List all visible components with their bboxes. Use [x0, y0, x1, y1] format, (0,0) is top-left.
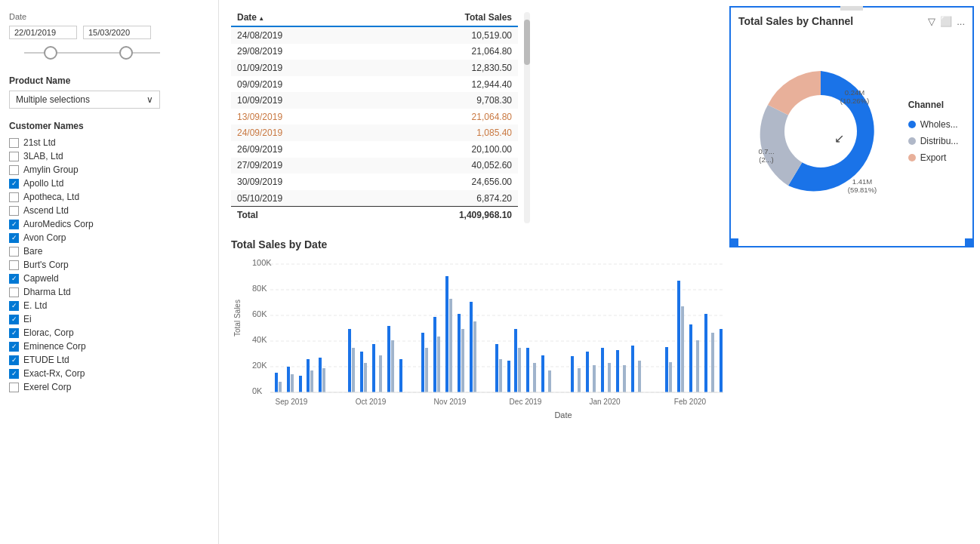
customer-checkbox[interactable] — [9, 179, 19, 189]
bar[interactable] — [669, 362, 672, 392]
customer-list-item[interactable]: E. Ltd — [9, 299, 209, 312]
bar[interactable] — [601, 348, 604, 392]
bar[interactable] — [391, 340, 394, 392]
bar[interactable] — [387, 326, 390, 392]
bar[interactable] — [279, 382, 282, 392]
table-row[interactable]: 09/09/201912,944.40 — [231, 76, 518, 93]
table-row[interactable]: 13/09/201921,064.80 — [231, 109, 518, 125]
customer-list-item[interactable]: Capweld — [9, 272, 209, 285]
bar[interactable] — [586, 352, 589, 392]
bar[interactable] — [665, 347, 668, 392]
bar[interactable] — [696, 340, 699, 392]
bar[interactable] — [495, 344, 498, 392]
customer-checkbox[interactable] — [9, 369, 19, 379]
bar[interactable] — [372, 344, 375, 392]
bar[interactable] — [608, 363, 611, 392]
customer-list-item[interactable]: ETUDE Ltd — [9, 353, 209, 367]
resize-handle-top[interactable] — [840, 6, 863, 11]
table-row[interactable]: 30/09/201924,656.00 — [231, 174, 518, 190]
bar[interactable] — [711, 333, 714, 392]
bar[interactable] — [360, 352, 363, 392]
customer-checkbox[interactable] — [9, 260, 19, 270]
product-name-dropdown[interactable]: Multiple selections ∨ — [9, 91, 160, 109]
customer-checkbox[interactable] — [9, 138, 19, 148]
filter-icon[interactable]: ▽ — [928, 16, 935, 27]
more-options-icon[interactable]: ... — [957, 16, 965, 27]
bar[interactable] — [720, 329, 723, 392]
table-row[interactable]: 05/10/20196,874.20 — [231, 190, 518, 207]
resize-handle-bottom-right[interactable] — [965, 238, 974, 247]
bar[interactable] — [473, 321, 476, 392]
customer-list-item[interactable]: Elorac, Corp — [9, 326, 209, 340]
table-row[interactable]: 26/09/201920,100.00 — [231, 141, 518, 158]
customer-list-item[interactable]: AuroMedics Corp — [9, 217, 209, 231]
bar[interactable] — [445, 276, 448, 392]
bar[interactable] — [433, 317, 436, 392]
bar[interactable] — [364, 363, 367, 392]
customer-list-item[interactable]: Eminence Corp — [9, 340, 209, 353]
bar[interactable] — [689, 324, 692, 392]
customer-list-item[interactable]: Exact-Rx, Corp — [9, 367, 209, 380]
bar[interactable] — [518, 348, 521, 392]
frame-icon[interactable]: ⬜ — [940, 16, 952, 27]
bar[interactable] — [399, 359, 402, 392]
bar[interactable] — [275, 373, 278, 392]
table-row[interactable]: 29/08/201921,064.80 — [231, 44, 518, 60]
customer-list-item[interactable]: 21st Ltd — [9, 136, 209, 149]
bar[interactable] — [677, 281, 680, 392]
customer-checkbox[interactable] — [9, 192, 19, 202]
bar[interactable] — [299, 376, 302, 392]
customer-list-item[interactable]: Amylin Group — [9, 163, 209, 177]
bar[interactable] — [704, 314, 707, 392]
table-row[interactable]: 10/09/20199,708.30 — [231, 92, 518, 109]
bar[interactable] — [421, 333, 424, 392]
bar[interactable] — [631, 346, 634, 392]
customer-checkbox[interactable] — [9, 220, 19, 229]
bar[interactable] — [593, 365, 596, 392]
customer-list-item[interactable]: Burt's Corp — [9, 258, 209, 272]
date-range-slider[interactable] — [9, 42, 209, 63]
date-from-input[interactable] — [9, 26, 77, 39]
bar[interactable] — [681, 306, 684, 392]
bar[interactable] — [514, 329, 517, 392]
customer-list-item[interactable]: Ascend Ltd — [9, 204, 209, 217]
bar[interactable] — [310, 370, 313, 392]
bar[interactable] — [499, 359, 502, 392]
bar[interactable] — [507, 361, 510, 392]
customer-checkbox[interactable] — [9, 342, 19, 352]
customer-list-item[interactable]: Bare — [9, 244, 209, 258]
bar[interactable] — [287, 367, 290, 392]
bar[interactable] — [533, 363, 536, 392]
customer-list-item[interactable]: Apotheca, Ltd — [9, 190, 209, 204]
customer-checkbox[interactable] — [9, 152, 19, 161]
bar[interactable] — [638, 361, 641, 392]
bar[interactable] — [352, 348, 355, 392]
table-row[interactable]: 01/09/201912,830.50 — [231, 60, 518, 76]
customer-checkbox[interactable] — [9, 301, 19, 311]
customer-list-item[interactable]: Apollo Ltd — [9, 177, 209, 190]
bar[interactable] — [319, 358, 322, 392]
bar[interactable] — [526, 348, 529, 392]
table-scrollbar-thumb[interactable] — [524, 20, 530, 65]
table-row[interactable]: 27/09/201940,052.60 — [231, 158, 518, 174]
bar[interactable] — [322, 368, 325, 392]
table-scrollbar[interactable] — [524, 12, 530, 223]
customer-checkbox[interactable] — [9, 287, 19, 297]
table-row[interactable]: 24/09/20191,085.40 — [231, 124, 518, 141]
customer-list-item[interactable]: Ei — [9, 312, 209, 326]
customer-checkbox[interactable] — [9, 274, 19, 284]
customer-checkbox[interactable] — [9, 315, 19, 324]
bar[interactable] — [449, 299, 452, 392]
table-row[interactable]: 24/08/201910,519.00 — [231, 26, 518, 44]
bar[interactable] — [616, 350, 619, 392]
resize-handle-bottom-left[interactable] — [729, 238, 738, 247]
table-col-date[interactable]: Date — [231, 9, 365, 26]
bar[interactable] — [291, 374, 294, 392]
bar[interactable] — [458, 314, 461, 392]
customer-list-item[interactable]: Avon Corp — [9, 231, 209, 244]
customer-checkbox[interactable] — [9, 206, 19, 216]
bar[interactable] — [541, 355, 544, 392]
customer-list-item[interactable]: Dharma Ltd — [9, 285, 209, 299]
customer-list-item[interactable]: Exerel Corp — [9, 380, 209, 394]
customer-checkbox[interactable] — [9, 165, 19, 175]
